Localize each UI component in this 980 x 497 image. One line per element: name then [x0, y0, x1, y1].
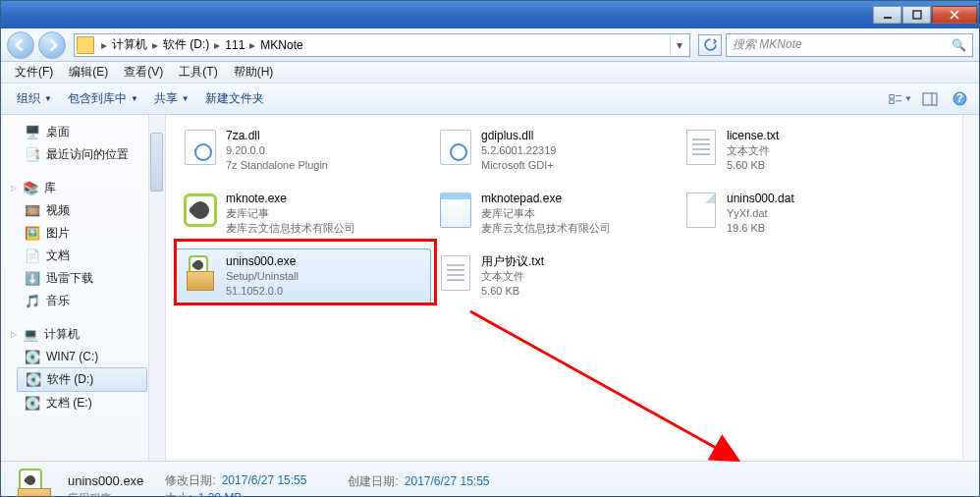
annotation-arrow [411, 282, 745, 469]
library-icon: 📚 [23, 181, 38, 196]
status-size-value: 1.30 MB [198, 490, 243, 498]
view-options-button[interactable]: ▼ [889, 88, 912, 110]
include-library-button[interactable]: 包含到库中▼ [60, 86, 146, 111]
breadcrumb-seg[interactable]: MKNote [258, 38, 304, 52]
svg-rect-4 [890, 94, 894, 98]
sidebar-group-libraries[interactable]: ▷📚库 [1, 176, 165, 199]
file-meta: 19.6 KB [727, 221, 794, 236]
download-icon: ⬇️ [25, 271, 40, 287]
breadcrumb-seg[interactable]: 计算机 [110, 36, 149, 53]
file-icon [438, 253, 473, 293]
back-button[interactable] [7, 31, 34, 59]
menu-help[interactable]: 帮助(H) [226, 62, 282, 83]
menu-tools[interactable]: 工具(T) [171, 62, 225, 83]
file-item[interactable]: unins000.datYyXf.dat19.6 KB [677, 186, 893, 241]
new-folder-button[interactable]: 新建文件夹 [197, 86, 272, 111]
status-created-value: 2017/6/27 15:55 [405, 473, 490, 490]
content-scrollbar[interactable] [962, 115, 979, 461]
address-dropdown[interactable]: ▾ [670, 35, 687, 55]
music-icon: 🎵 [25, 294, 40, 309]
menu-view[interactable]: 查看(V) [116, 62, 171, 83]
breadcrumb-seg[interactable]: 111 [223, 38, 246, 52]
file-icon [183, 191, 218, 230]
nav-bar: ▸ 计算机 ▸ 软件 (D:) ▸ 111 ▸ MKNote ▾ 搜索 MKNo… [1, 28, 979, 62]
picture-icon: 🖼️ [25, 226, 40, 242]
refresh-button[interactable] [698, 34, 722, 56]
organize-button[interactable]: 组织▼ [9, 86, 60, 111]
file-name: unins000.dat [727, 191, 794, 206]
sidebar-scrollbar[interactable] [148, 115, 165, 461]
file-meta: 51.1052.0.0 [226, 284, 299, 299]
file-meta: 麦库记事本 [481, 206, 611, 221]
sidebar-item-documents[interactable]: 📄文档 [1, 245, 165, 267]
file-name: mknotepad.exe [481, 191, 611, 206]
recent-icon: 📑 [25, 147, 40, 163]
share-button[interactable]: 共享▼ [146, 86, 197, 111]
file-icon [183, 128, 218, 167]
sidebar-item-drive-e[interactable]: 💽文档 (E:) [1, 392, 165, 414]
file-icon [183, 253, 218, 293]
computer-icon: 💻 [23, 327, 38, 343]
breadcrumb-sep: ▸ [211, 38, 223, 52]
sidebar-item-pictures[interactable]: 🖼️图片 [1, 222, 165, 245]
file-icon [438, 128, 473, 167]
sidebar-item-downloads[interactable]: ⬇️迅雷下载 [1, 267, 165, 290]
file-name: gdiplus.dll [481, 128, 556, 143]
sidebar-item-recent[interactable]: 📑最近访问的位置 [1, 143, 165, 166]
maximize-button[interactable] [902, 6, 931, 24]
svg-rect-5 [890, 99, 894, 103]
file-meta: 麦库记事 [226, 206, 355, 221]
svg-rect-1 [913, 11, 921, 19]
sidebar-group-computer[interactable]: ▷💻计算机 [1, 322, 165, 346]
file-name: 用户协议.txt [481, 253, 544, 269]
file-item[interactable]: unins000.exeSetup/Uninstall51.1052.0.0 [176, 248, 431, 304]
file-item[interactable]: 用户协议.txt文本文件5.60 KB [431, 248, 677, 304]
preview-pane-button[interactable] [918, 88, 942, 110]
status-modified-value: 2017/6/27 15:55 [222, 472, 307, 489]
search-placeholder: 搜索 MKNote [733, 36, 802, 53]
file-meta: Microsoft GDI+ [481, 158, 556, 173]
file-name: license.txt [727, 128, 779, 143]
file-name: unins000.exe [226, 253, 299, 269]
minimize-button[interactable] [873, 6, 901, 24]
file-meta: 文本文件 [481, 269, 544, 284]
navigation-pane: 🖥️桌面 📑最近访问的位置 ▷📚库 🎞️视频 🖼️图片 📄文档 ⬇️迅雷下载 🎵… [1, 115, 166, 461]
search-input[interactable]: 搜索 MKNote 🔍 [726, 33, 973, 57]
sidebar-item-desktop[interactable]: 🖥️桌面 [1, 121, 165, 143]
svg-text:?: ? [955, 91, 962, 105]
svg-rect-8 [923, 93, 937, 105]
forward-button[interactable] [38, 31, 66, 59]
breadcrumb-seg[interactable]: 软件 (D:) [161, 36, 211, 53]
file-item[interactable]: gdiplus.dll5.2.6001.22319Microsoft GDI+ [431, 123, 677, 178]
address-bar[interactable]: ▸ 计算机 ▸ 软件 (D:) ▸ 111 ▸ MKNote ▾ [74, 33, 690, 57]
breadcrumb-sep: ▸ [149, 38, 161, 52]
sidebar-item-videos[interactable]: 🎞️视频 [1, 199, 165, 222]
folder-icon [77, 36, 94, 54]
close-button[interactable] [932, 6, 977, 24]
file-item[interactable]: 7za.dll9.20.0.07z Standalone Plugin [176, 123, 431, 178]
search-icon: 🔍 [952, 38, 966, 52]
file-item[interactable]: mknotepad.exe麦库记事本麦库云文信息技术有限公司 [431, 186, 677, 241]
command-bar: 组织▼ 包含到库中▼ 共享▼ 新建文件夹 ▼ ? [1, 83, 979, 115]
file-meta: YyXf.dat [727, 206, 794, 221]
help-button[interactable]: ? [948, 88, 971, 110]
sidebar-item-music[interactable]: 🎵音乐 [1, 290, 165, 312]
file-meta: 5.60 KB [727, 158, 779, 173]
menu-bar: 文件(F) 编辑(E) 查看(V) 工具(T) 帮助(H) [1, 62, 979, 83]
menu-file[interactable]: 文件(F) [7, 62, 61, 83]
breadcrumb-sep: ▸ [98, 38, 110, 52]
file-meta: 9.20.0.0 [226, 143, 328, 158]
file-item[interactable]: mknote.exe麦库记事麦库云文信息技术有限公司 [176, 186, 431, 241]
selected-file-icon [13, 469, 56, 498]
status-filename: unins000.exe [68, 472, 143, 491]
file-icon [683, 128, 719, 167]
file-item[interactable]: license.txt文本文件5.60 KB [677, 123, 893, 178]
file-meta: 5.60 KB [481, 284, 544, 299]
status-created-label: 创建日期: [348, 473, 398, 490]
file-meta: 麦库云文信息技术有限公司 [226, 221, 355, 236]
status-filetype: 应用程序 [68, 491, 143, 497]
document-icon: 📄 [25, 248, 40, 264]
sidebar-item-drive-c[interactable]: 💽WIN7 (C:) [1, 346, 165, 367]
menu-edit[interactable]: 编辑(E) [61, 62, 116, 83]
sidebar-item-drive-d[interactable]: 💽软件 (D:) [17, 367, 147, 392]
